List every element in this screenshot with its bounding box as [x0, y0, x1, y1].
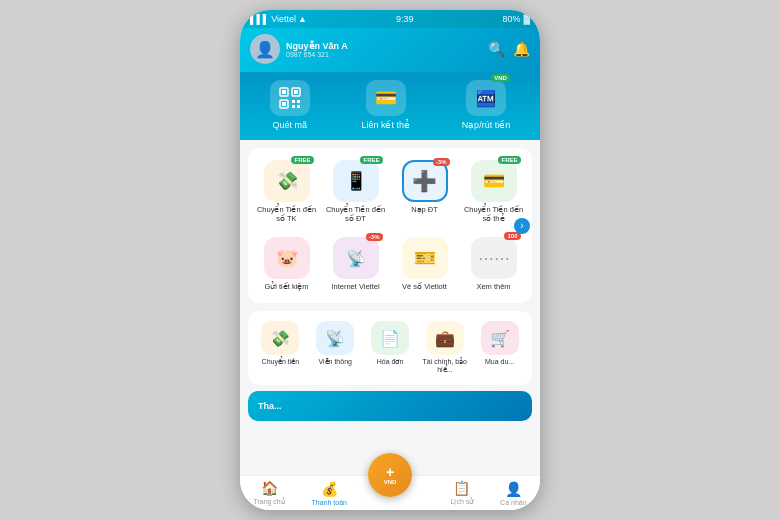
- tab-lich-su[interactable]: 📋 Lịch sử: [451, 480, 474, 506]
- bottom-hoa-don-icon: 📄: [371, 321, 409, 355]
- tab-ca-nhan[interactable]: 👤 Cá nhân: [500, 481, 526, 506]
- battery-area: 80% ▓: [502, 14, 530, 24]
- svg-rect-8: [292, 105, 295, 108]
- link-card-icon: 💳: [366, 80, 406, 116]
- chevron-right[interactable]: ›: [514, 218, 530, 234]
- payment-label: Thanh toán: [312, 499, 347, 506]
- header-icons: 🔍 🔔: [488, 41, 530, 57]
- profile-icon: 👤: [505, 481, 522, 497]
- topup-icon: 🏧 VND: [466, 80, 506, 116]
- bottom-mua-du-label: Mua du...: [485, 358, 514, 366]
- chuyen-dt-label: Chuyển Tiền đến số ĐT: [325, 205, 386, 223]
- quick-action-link-card[interactable]: 💳 Liên kết thẻ: [361, 80, 410, 130]
- bottom-vien-thong[interactable]: 📡 Viễn thông: [309, 319, 362, 377]
- quick-action-topup[interactable]: 🏧 VND Nạp/rút tiền: [462, 80, 511, 130]
- bottom-chuyen-tien-label: Chuyển tiền: [262, 358, 300, 366]
- svg-rect-1: [282, 90, 286, 94]
- quick-action-qr[interactable]: Quét mã: [270, 80, 310, 130]
- wifi-icon: ▲: [298, 14, 307, 24]
- profile-label: Cá nhân: [500, 499, 526, 506]
- bottom-tai-chinh-icon: 💼: [426, 321, 464, 355]
- tab-bar-container: 🏠 Trang chủ 💰 Thanh toán 📋 Lịch sử 👤 Cá …: [240, 475, 540, 510]
- bottom-tai-chinh[interactable]: 💼 Tài chính, bảo hiể...: [418, 319, 471, 377]
- signal-icon: ▌▌▌: [250, 14, 269, 24]
- bottom-vien-thong-icon: 📡: [316, 321, 354, 355]
- internet-viettel-label: Internet Viettel: [331, 282, 379, 291]
- phone-frame: ▌▌▌ Viettel ▲ 9:39 80% ▓ 👤 Nguyễn Văn A …: [240, 10, 540, 510]
- chuyen-tk-label: Chuyển Tiền đến số TK: [256, 205, 317, 223]
- bottom-grid: 💸 Chuyển tiền 📡 Viễn thông 📄 Hóa đơn 💼 T…: [254, 319, 526, 377]
- main-content: 💸 FREE Chuyển Tiền đến số TK 📱 FREE Chuy…: [240, 140, 540, 475]
- service-ve-so[interactable]: 🎫 Vé số Vietlott: [392, 233, 457, 295]
- bottom-hoa-don[interactable]: 📄 Hóa đơn: [364, 319, 417, 377]
- service-chuyen-the[interactable]: 💳 FREE Chuyển Tiền đến số thẻ: [461, 156, 526, 227]
- svg-rect-3: [294, 90, 298, 94]
- history-icon: 📋: [453, 480, 470, 496]
- payment-icon: 💰: [321, 481, 338, 497]
- service-internet-viettel[interactable]: 📡 -3% Internet Viettel: [323, 233, 388, 295]
- carrier-label: Viettel: [271, 14, 296, 24]
- chuyen-tk-icon: 💸 FREE: [264, 160, 310, 202]
- header-user: 👤 Nguyễn Văn A 0987 654 321: [250, 34, 348, 64]
- tab-trang-chu[interactable]: 🏠 Trang chủ: [253, 480, 284, 506]
- bell-icon[interactable]: 🔔: [513, 41, 530, 57]
- fab-plus-icon: +: [386, 465, 394, 479]
- carrier-signal: ▌▌▌ Viettel ▲: [250, 14, 307, 24]
- xem-them-icon: ⋯⋯ 100: [471, 237, 517, 279]
- service-xem-them[interactable]: ⋯⋯ 100 Xem thêm: [461, 233, 526, 295]
- avatar[interactable]: 👤: [250, 34, 280, 64]
- ve-so-label: Vé số Vietlott: [402, 282, 447, 291]
- home-icon: 🏠: [261, 480, 278, 496]
- chuyen-the-icon: 💳 FREE: [471, 160, 517, 202]
- bottom-vien-thong-label: Viễn thông: [318, 358, 351, 366]
- home-label: Trang chủ: [253, 498, 284, 506]
- user-phone: 0987 654 321: [286, 51, 348, 58]
- service-grid-1: 💸 FREE Chuyển Tiền đến số TK 📱 FREE Chuy…: [254, 156, 526, 227]
- bottom-chuyen-tien-icon: 💸: [261, 321, 299, 355]
- link-card-label: Liên kết thẻ: [361, 120, 410, 130]
- user-info: Nguyễn Văn A 0987 654 321: [286, 41, 348, 58]
- banner-text: Tha...: [258, 401, 282, 411]
- bottom-tai-chinh-label: Tài chính, bảo hiể...: [419, 358, 470, 375]
- gui-tiet-kiem-label: Gửi tiết kiệm: [264, 282, 308, 291]
- search-icon[interactable]: 🔍: [488, 41, 505, 57]
- tab-thanh-toan[interactable]: 💰 Thanh toán: [312, 481, 347, 506]
- ve-so-icon: 🎫: [402, 237, 448, 279]
- service-section-1: 💸 FREE Chuyển Tiền đến số TK 📱 FREE Chuy…: [248, 148, 532, 303]
- chuyen-dt-icon: 📱 FREE: [333, 160, 379, 202]
- status-time: 9:39: [396, 14, 414, 24]
- bottom-mua-du[interactable]: 🛒 Mua du...: [473, 319, 526, 377]
- quick-actions: Quét mã 💳 Liên kết thẻ 🏧 VND Nạp/rút tiề…: [240, 72, 540, 140]
- service-grid-2: 🐷 Gửi tiết kiệm 📡 -3% Internet Viettel 🎫: [254, 233, 526, 295]
- fab-vnd-label: VND: [384, 479, 397, 485]
- topup-label: Nạp/rút tiền: [462, 120, 511, 130]
- qr-label: Quét mã: [273, 120, 308, 130]
- service-nap-dt[interactable]: ➕ -3% Nạp ĐT: [392, 156, 457, 227]
- svg-rect-7: [297, 100, 300, 103]
- svg-rect-9: [297, 105, 300, 108]
- fab-button[interactable]: + VND: [368, 453, 412, 497]
- bottom-chuyen-tien[interactable]: 💸 Chuyển tiền: [254, 319, 307, 377]
- nap-dt-icon: ➕ -3%: [402, 160, 448, 202]
- status-bar: ▌▌▌ Viettel ▲ 9:39 80% ▓: [240, 10, 540, 28]
- gui-tiet-kiem-icon: 🐷: [264, 237, 310, 279]
- user-name: Nguyễn Văn A: [286, 41, 348, 51]
- xem-them-label: Xem thêm: [476, 282, 510, 291]
- nap-dt-label: Nạp ĐT: [411, 205, 438, 214]
- bottom-section: 💸 Chuyển tiền 📡 Viễn thông 📄 Hóa đơn 💼 T…: [248, 311, 532, 385]
- banner: Tha...: [248, 391, 532, 421]
- battery-level: 80%: [502, 14, 520, 24]
- history-label: Lịch sử: [451, 498, 474, 506]
- internet-viettel-icon: 📡 -3%: [333, 237, 379, 279]
- service-chuyen-dt[interactable]: 📱 FREE Chuyển Tiền đến số ĐT: [323, 156, 388, 227]
- svg-rect-5: [282, 102, 286, 106]
- service-gui-tiet-kiem[interactable]: 🐷 Gửi tiết kiệm: [254, 233, 319, 295]
- header: 👤 Nguyễn Văn A 0987 654 321 🔍 🔔: [240, 28, 540, 72]
- qr-icon: [270, 80, 310, 116]
- bottom-hoa-don-label: Hóa đơn: [377, 358, 404, 366]
- svg-rect-6: [292, 100, 295, 103]
- battery-icon: ▓: [523, 14, 530, 24]
- bottom-mua-du-icon: 🛒: [481, 321, 519, 355]
- service-chuyen-tk[interactable]: 💸 FREE Chuyển Tiền đến số TK: [254, 156, 319, 227]
